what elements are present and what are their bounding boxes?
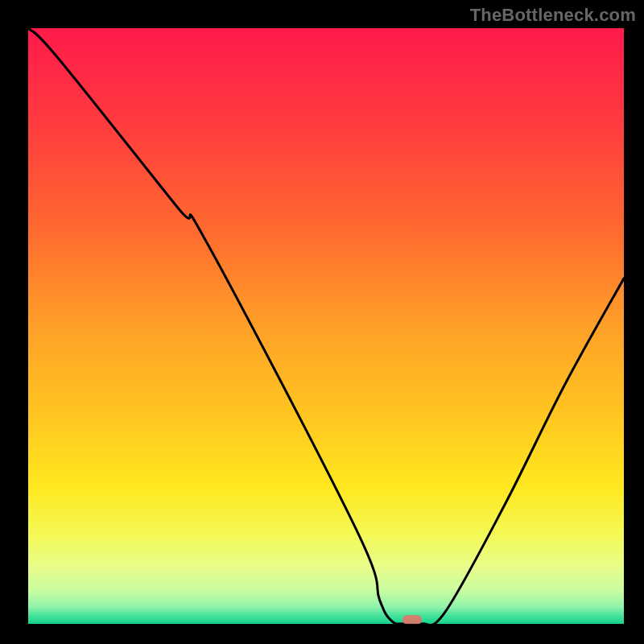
plot-svg (28, 28, 624, 624)
chart-stage: TheBottleneck.com (0, 0, 644, 644)
gradient-background (28, 28, 624, 624)
optimum-marker (402, 615, 422, 624)
plot-area (28, 28, 624, 624)
watermark-text: TheBottleneck.com (470, 5, 636, 26)
